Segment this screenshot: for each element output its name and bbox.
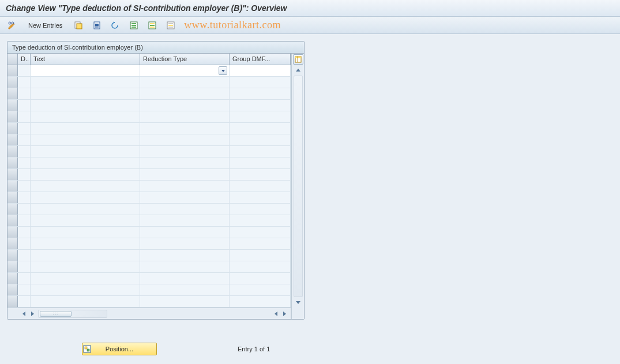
position-button[interactable]: Position... bbox=[82, 343, 157, 355]
cell-reduction-type[interactable] bbox=[140, 227, 230, 238]
cell-d[interactable] bbox=[18, 227, 31, 238]
cell-d[interactable] bbox=[18, 192, 31, 203]
cell-group-dmf[interactable] bbox=[230, 100, 291, 111]
cell-d[interactable] bbox=[18, 157, 31, 168]
cell-reduction-type[interactable] bbox=[140, 111, 230, 122]
change-display-button[interactable] bbox=[5, 19, 20, 32]
row-selector[interactable] bbox=[7, 169, 18, 180]
cell-d[interactable] bbox=[18, 261, 31, 272]
cell-reduction-type[interactable] bbox=[140, 284, 230, 295]
cell-text[interactable] bbox=[31, 157, 140, 168]
cell-text[interactable] bbox=[31, 238, 140, 249]
cell-text[interactable] bbox=[31, 204, 140, 215]
cell-text[interactable] bbox=[31, 273, 140, 284]
cell-group-dmf[interactable] bbox=[230, 146, 291, 157]
scroll-right-end-button[interactable] bbox=[280, 310, 288, 318]
row-selector-header[interactable] bbox=[7, 54, 18, 65]
row-selector[interactable] bbox=[7, 204, 18, 215]
cell-text[interactable] bbox=[31, 146, 140, 157]
cell-reduction-type[interactable] bbox=[140, 204, 230, 215]
cell-group-dmf[interactable] bbox=[230, 134, 291, 145]
row-selector[interactable] bbox=[7, 100, 18, 111]
row-selector[interactable] bbox=[7, 88, 18, 99]
cell-group-dmf[interactable] bbox=[230, 88, 291, 99]
cell-group-dmf[interactable] bbox=[230, 215, 291, 226]
row-selector[interactable] bbox=[7, 284, 18, 295]
cell-text[interactable] bbox=[31, 261, 140, 272]
cell-reduction-type[interactable] bbox=[140, 261, 230, 272]
cell-text[interactable] bbox=[31, 296, 140, 307]
cell-d[interactable] bbox=[18, 111, 31, 122]
cell-group-dmf[interactable] bbox=[230, 77, 291, 88]
row-selector[interactable] bbox=[7, 181, 18, 192]
undo-button[interactable] bbox=[108, 19, 123, 32]
cell-group-dmf[interactable] bbox=[230, 296, 291, 307]
cell-group-dmf[interactable] bbox=[230, 192, 291, 203]
cell-d[interactable] bbox=[18, 100, 31, 111]
cell-reduction-type[interactable] bbox=[140, 123, 230, 134]
delete-button[interactable] bbox=[89, 19, 104, 32]
column-header-reduction[interactable]: Reduction Type bbox=[140, 54, 230, 65]
cell-reduction-type[interactable] bbox=[140, 134, 230, 145]
cell-d[interactable] bbox=[18, 65, 31, 76]
column-header-text[interactable]: Text bbox=[31, 54, 140, 65]
cell-text[interactable] bbox=[31, 77, 140, 88]
cell-d[interactable] bbox=[18, 204, 31, 215]
cell-text[interactable] bbox=[31, 100, 140, 111]
cell-d[interactable] bbox=[18, 215, 31, 226]
cell-group-dmf[interactable] bbox=[230, 181, 291, 192]
deselect-all-button[interactable] bbox=[163, 19, 178, 32]
hscroll-track[interactable]: ::: bbox=[38, 310, 107, 318]
cell-group-dmf[interactable] bbox=[230, 238, 291, 249]
column-header-group[interactable]: Group DMF... bbox=[230, 54, 291, 65]
cell-d[interactable] bbox=[18, 169, 31, 180]
row-selector[interactable] bbox=[7, 111, 18, 122]
cell-text[interactable] bbox=[31, 181, 140, 192]
cell-reduction-type[interactable] bbox=[140, 238, 230, 249]
row-selector[interactable] bbox=[7, 250, 18, 261]
cell-text[interactable] bbox=[31, 215, 140, 226]
cell-group-dmf[interactable] bbox=[230, 65, 291, 76]
copy-as-button[interactable] bbox=[71, 19, 86, 32]
cell-text[interactable] bbox=[31, 123, 140, 134]
cell-reduction-type[interactable] bbox=[140, 250, 230, 261]
row-selector[interactable] bbox=[7, 77, 18, 88]
cell-d[interactable] bbox=[18, 146, 31, 157]
row-selector[interactable] bbox=[7, 227, 18, 238]
column-header-d[interactable]: D.. bbox=[18, 54, 31, 65]
cell-d[interactable] bbox=[18, 134, 31, 145]
cell-reduction-type[interactable] bbox=[140, 88, 230, 99]
cell-group-dmf[interactable] bbox=[230, 284, 291, 295]
cell-text[interactable] bbox=[31, 250, 140, 261]
cell-d[interactable] bbox=[18, 238, 31, 249]
row-selector[interactable] bbox=[7, 123, 18, 134]
row-selector[interactable] bbox=[7, 261, 18, 272]
row-selector[interactable] bbox=[7, 65, 18, 76]
cell-group-dmf[interactable] bbox=[230, 157, 291, 168]
cell-text[interactable] bbox=[31, 284, 140, 295]
cell-text[interactable] bbox=[31, 134, 140, 145]
select-block-button[interactable] bbox=[145, 19, 160, 32]
cell-reduction-type[interactable] bbox=[140, 296, 230, 307]
hscroll-thumb[interactable]: ::: bbox=[40, 311, 72, 317]
cell-group-dmf[interactable] bbox=[230, 169, 291, 180]
cell-reduction-type[interactable] bbox=[140, 192, 230, 203]
cell-group-dmf[interactable] bbox=[230, 111, 291, 122]
cell-reduction-type[interactable] bbox=[140, 215, 230, 226]
dropdown-button[interactable] bbox=[219, 66, 227, 75]
scroll-right-button[interactable] bbox=[28, 310, 36, 318]
cell-reduction-type[interactable] bbox=[140, 181, 230, 192]
cell-d[interactable] bbox=[18, 123, 31, 134]
cell-d[interactable] bbox=[18, 77, 31, 88]
row-selector[interactable] bbox=[7, 296, 18, 307]
cell-group-dmf[interactable] bbox=[230, 273, 291, 284]
cell-d[interactable] bbox=[18, 181, 31, 192]
cell-reduction-type[interactable] bbox=[140, 169, 230, 180]
cell-reduction-type[interactable] bbox=[140, 273, 230, 284]
scroll-up-button[interactable] bbox=[294, 66, 303, 75]
cell-group-dmf[interactable] bbox=[230, 123, 291, 134]
cell-text[interactable] bbox=[31, 65, 140, 76]
vertical-scrollbar[interactable] bbox=[291, 54, 304, 319]
scroll-left-end-button[interactable] bbox=[272, 310, 280, 318]
table-settings-button[interactable] bbox=[293, 54, 303, 65]
